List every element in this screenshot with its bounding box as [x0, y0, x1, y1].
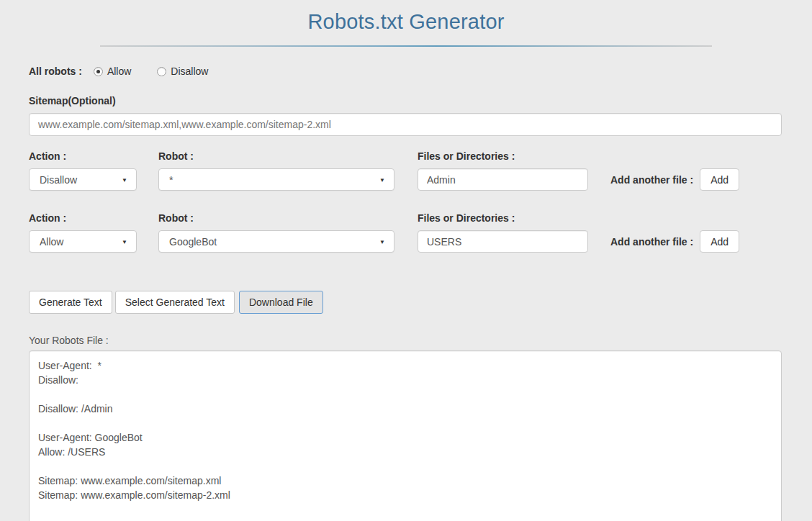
action-select[interactable]: Allow ▼ — [29, 230, 137, 253]
chevron-down-icon: ▼ — [379, 238, 385, 245]
files-input[interactable] — [418, 168, 588, 191]
allow-radio-option[interactable]: Allow — [94, 65, 131, 77]
action-label: Action : — [29, 212, 137, 224]
files-input[interactable] — [418, 230, 588, 253]
action-select[interactable]: Disallow ▼ — [29, 168, 137, 191]
rule-row-1: Action : Disallow ▼ Robot : * ▼ Files or… — [29, 150, 783, 191]
title-divider — [100, 45, 712, 47]
action-select-value: Allow — [40, 236, 63, 248]
files-field-group: Files or Directories : — [418, 212, 588, 253]
sitemap-label: Sitemap(Optional) — [29, 95, 783, 107]
robot-select-value: * — [169, 174, 173, 186]
sitemap-input[interactable] — [29, 113, 782, 136]
generate-text-button[interactable]: Generate Text — [29, 291, 112, 314]
download-file-button[interactable]: Download File — [239, 291, 323, 314]
page-title: Robots.txt Generator — [29, 10, 783, 34]
add-file-group: Add another file : Add — [610, 230, 739, 253]
robot-field-group: Robot : GoogleBot ▼ — [158, 212, 394, 253]
disallow-radio-option[interactable]: Disallow — [157, 65, 208, 77]
add-another-file-label: Add another file : — [610, 236, 693, 248]
select-generated-text-button[interactable]: Select Generated Text — [115, 291, 235, 314]
rule-row-2: Action : Allow ▼ Robot : GoogleBot ▼ Fil… — [29, 212, 783, 253]
robot-label: Robot : — [158, 212, 394, 224]
action-select-value: Disallow — [40, 174, 77, 186]
robots-file-label: Your Robots File : — [29, 335, 783, 346]
disallow-radio-button[interactable] — [157, 67, 166, 76]
add-another-file-label: Add another file : — [610, 174, 693, 186]
robot-label: Robot : — [158, 150, 394, 162]
all-robots-label: All robots : — [29, 65, 82, 77]
robots-generator-page: Robots.txt Generator All robots : Allow … — [0, 10, 812, 521]
action-label: Action : — [29, 150, 137, 162]
add-file-button[interactable]: Add — [700, 168, 739, 191]
chevron-down-icon: ▼ — [122, 238, 127, 245]
robot-select[interactable]: GoogleBot ▼ — [158, 230, 394, 253]
add-file-button[interactable]: Add — [700, 230, 739, 253]
actions-row: Generate Text Select Generated Text Down… — [29, 291, 783, 314]
files-field-group: Files or Directories : — [418, 150, 588, 191]
robot-select-value: GoogleBot — [169, 236, 217, 248]
allow-radio-button[interactable] — [94, 67, 103, 76]
robot-field-group: Robot : * ▼ — [158, 150, 394, 191]
disallow-radio-label: Disallow — [171, 65, 208, 77]
files-label: Files or Directories : — [418, 150, 588, 162]
robot-select[interactable]: * ▼ — [158, 168, 394, 191]
allow-radio-label: Allow — [107, 65, 131, 77]
chevron-down-icon: ▼ — [379, 176, 385, 183]
robots-file-textarea[interactable]: User-Agent: * Disallow: Disallow: /Admin… — [29, 350, 782, 521]
action-field-group: Action : Allow ▼ — [29, 212, 137, 253]
action-field-group: Action : Disallow ▼ — [29, 150, 137, 191]
all-robots-row: All robots : Allow Disallow — [29, 65, 783, 77]
chevron-down-icon: ▼ — [122, 176, 127, 183]
files-label: Files or Directories : — [418, 212, 588, 224]
add-file-group: Add another file : Add — [610, 168, 739, 191]
